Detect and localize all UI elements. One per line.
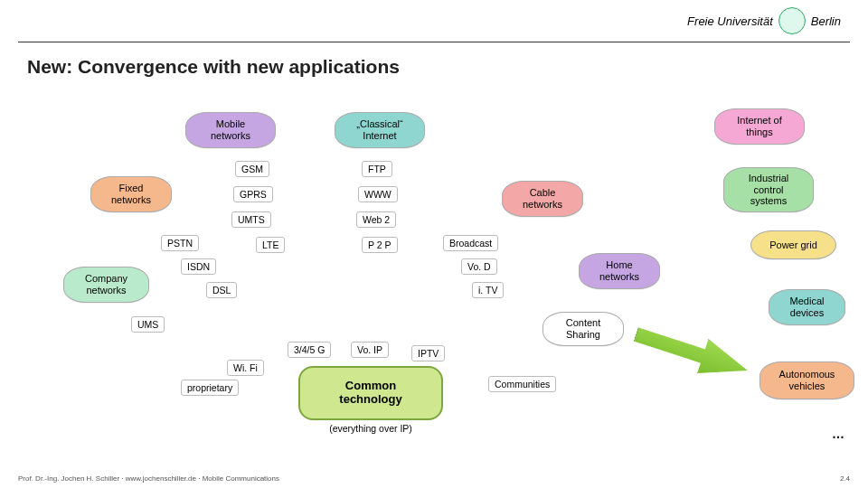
chip-dsl: DSL [206,282,237,298]
chip-isdn: ISDN [181,258,216,275]
cloud-power-grid: Power grid [750,230,836,259]
chip-lte: LTE [256,237,285,253]
chip-itv: i. TV [472,282,504,298]
cloud-home-networks: Homenetworks [579,253,660,289]
logo-seal-icon [778,7,806,34]
cloud-internet-of-things: Internet ofthings [714,108,805,145]
cloud-fixed-networks: Fixednetworks [90,176,172,212]
chip-345g: 3/4/5 G [288,342,331,358]
cloud-company-networks: Companynetworks [63,267,149,303]
cloud-medical-devices: Medicaldevices [769,289,845,325]
box-common-technology: Commontechnology [298,366,443,420]
header-divider [18,42,850,42]
footer-left: Prof. Dr.-Ing. Jochen H. Schiller · www.… [18,474,279,483]
footer-right: 2.4 [840,474,850,483]
chip-iptv: IPTV [411,345,445,361]
cloud-mobile-networks: Mobilenetworks [185,112,276,148]
chip-gprs: GPRS [233,186,273,202]
chip-proprietary: proprietary [181,380,239,396]
chip-wifi: Wi. Fi [227,360,264,376]
chip-ftp: FTP [362,161,392,177]
chip-p2p: P 2 P [362,237,398,253]
chip-broadcast: Broadcast [443,235,498,251]
chip-umts: UMTS [231,211,271,228]
slide-title: New: Convergence with new applications [27,56,400,78]
chip-pstn: PSTN [161,235,199,251]
slide-footer: Prof. Dr.-Ing. Jochen H. Schiller · www.… [18,474,850,483]
logo-text: Freie Universität [687,14,773,28]
chip-web2: Web 2 [356,211,396,228]
ellipsis-more: … [832,427,844,441]
cloud-cable-networks: Cablenetworks [502,181,583,217]
chip-vod: Vo. D [461,258,497,275]
common-technology-subtitle: (everything over IP) [298,423,443,434]
chip-voip: Vo. IP [351,342,389,358]
common-technology-title: Commontechnology [339,380,401,407]
chip-ums: UMS [131,316,165,333]
logo-suffix: Berlin [811,14,841,28]
cloud-content-sharing: ContentSharing [542,312,624,346]
chip-gsm: GSM [235,161,269,177]
cloud-autonomous-vehicles: Autonomousvehicles [760,361,854,399]
arrow-to-autonomous-icon [630,317,753,388]
chip-communities: Communities [488,376,556,392]
cloud-industrial-control-systems: Industrialcontrolsystems [723,167,814,212]
chip-www: WWW [358,186,398,202]
university-logo: Freie Universität Berlin [687,7,841,34]
cloud-classical-internet: „Classical“Internet [335,112,425,148]
